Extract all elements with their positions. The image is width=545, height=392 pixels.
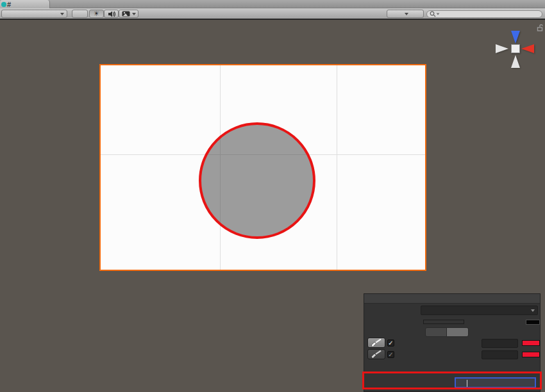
y-axis-cube-icon[interactable] (511, 44, 520, 53)
sun-icon: ☀ (94, 10, 100, 18)
chevron-down-icon (60, 13, 64, 15)
x-axis-cone-icon[interactable] (521, 44, 534, 53)
draw-mode-dropdown[interactable] (1, 10, 67, 18)
scene-toolbar: ☀ (0, 8, 545, 20)
scene-search-input[interactable] (426, 10, 542, 18)
image-icon (122, 11, 130, 17)
unconstrained-color-swatch[interactable] (526, 320, 540, 325)
max-distance-brush-button[interactable] (367, 338, 385, 348)
lighting-toggle-button[interactable]: ☀ (89, 10, 104, 18)
cloth-brush-cursor (199, 122, 315, 239)
paint-mode-button[interactable] (447, 327, 469, 337)
visualization-dropdown[interactable] (421, 306, 538, 315)
chevron-down-icon (531, 309, 535, 312)
tab-bar: # (0, 0, 545, 8)
surface-penetration-field[interactable] (482, 350, 518, 359)
gizmos-dropdown[interactable] (387, 10, 424, 18)
search-icon (430, 11, 436, 17)
neg-z-axis-cone-icon[interactable] (511, 55, 520, 68)
max-distance-field[interactable] (482, 339, 518, 348)
effects-dropdown-button[interactable] (119, 10, 138, 18)
lock-icon[interactable] (537, 24, 543, 31)
surface-penetration-brush-button[interactable] (367, 349, 385, 359)
select-mode-button[interactable] (425, 327, 447, 337)
max-distance-checkbox[interactable]: ✓ (387, 339, 394, 347)
surface-penetration-checkbox[interactable]: ✓ (387, 351, 394, 358)
speaker-icon (108, 11, 115, 17)
grid-line (337, 65, 337, 270)
z-axis-cone-icon[interactable] (511, 31, 520, 44)
surface-penetration-color-swatch[interactable] (522, 352, 540, 357)
chevron-down-icon (132, 13, 136, 15)
panel-title[interactable] (364, 294, 540, 304)
scene-hash-icon: # (7, 1, 11, 8)
paintbrush-icon (370, 350, 383, 358)
distance-gradient-bar (423, 320, 464, 324)
unity-scene-window: # ☀ (0, 0, 545, 392)
annotation-highlight-box (362, 372, 542, 389)
paintbrush-icon (370, 339, 383, 347)
tab-scene[interactable]: # (0, 0, 50, 8)
scene-ball-icon (1, 2, 6, 7)
2d-toggle-button[interactable] (72, 10, 88, 18)
orientation-gizmo[interactable] (491, 23, 545, 82)
neg-x-axis-cone-icon[interactable] (496, 44, 508, 53)
chevron-down-icon (437, 13, 440, 15)
audio-toggle-button[interactable] (104, 10, 119, 18)
max-distance-color-swatch[interactable] (522, 340, 540, 346)
chevron-down-icon (405, 13, 408, 15)
